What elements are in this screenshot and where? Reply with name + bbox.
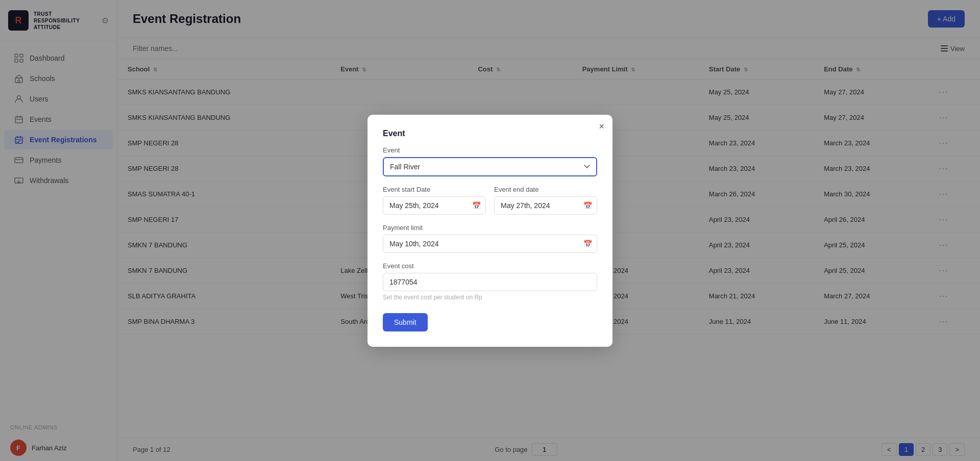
modal-overlay: × Event Event Fall River Event start Dat… <box>0 0 980 461</box>
event-cost-label: Event cost <box>383 262 597 270</box>
event-select[interactable]: Fall River <box>383 157 597 176</box>
event-end-date-wrap: 📅 <box>494 196 597 215</box>
event-cost-group: Event cost Set the event cost per studen… <box>383 262 597 301</box>
modal: × Event Event Fall River Event start Dat… <box>368 115 612 347</box>
modal-title: Event <box>383 129 597 138</box>
event-end-date-label: Event end date <box>494 186 597 193</box>
payment-limit-group: Payment limit 📅 <box>383 224 597 253</box>
date-row: Event start Date 📅 Event end date 📅 <box>383 186 597 224</box>
payment-limit-input[interactable] <box>383 235 597 253</box>
modal-close-button[interactable]: × <box>599 122 604 131</box>
event-label: Event <box>383 146 597 154</box>
payment-limit-label: Payment limit <box>383 224 597 232</box>
event-cost-hint: Set the event cost per student on Rp <box>383 294 597 301</box>
event-end-date-input[interactable] <box>494 196 597 215</box>
event-start-date-wrap: 📅 <box>383 196 486 215</box>
submit-button[interactable]: Submit <box>383 313 428 331</box>
event-start-date-input[interactable] <box>383 196 486 215</box>
event-end-date-group: Event end date 📅 <box>494 186 597 215</box>
event-field-group: Event Fall River <box>383 146 597 176</box>
payment-limit-wrap: 📅 <box>383 235 597 253</box>
event-start-date-label: Event start Date <box>383 186 486 193</box>
event-select-wrap: Fall River <box>383 157 597 176</box>
event-start-date-group: Event start Date 📅 <box>383 186 486 215</box>
event-cost-input[interactable] <box>383 273 597 291</box>
